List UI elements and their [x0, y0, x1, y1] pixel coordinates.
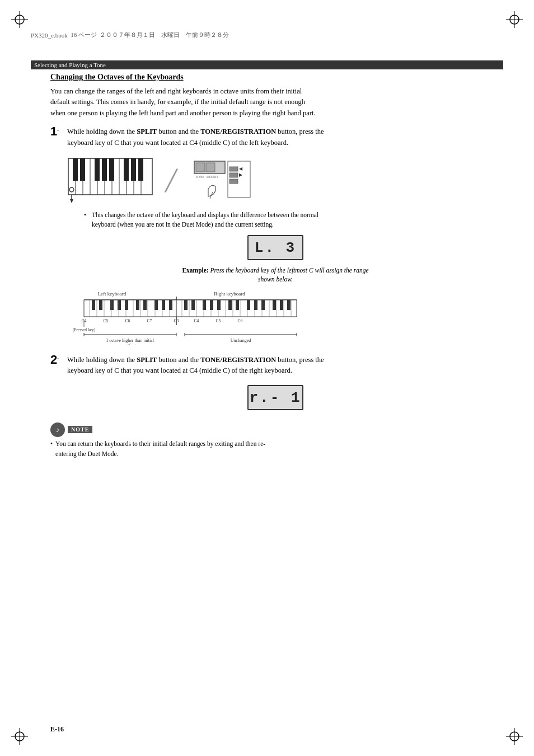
- corner-mark-tr: [506, 11, 523, 28]
- corner-mark-br: [506, 728, 523, 745]
- note-icon: ♪: [50, 422, 65, 437]
- example-caption: Example: Press the keyboard key of the l…: [175, 266, 376, 284]
- svg-rect-57: [143, 300, 147, 310]
- svg-text:REGIST: REGIST: [207, 175, 218, 179]
- lcd-display-step1: L. 3: [247, 235, 303, 260]
- piano-keys-image: [67, 157, 154, 205]
- corner-mark-bl: [11, 728, 28, 745]
- svg-text:C5: C5: [104, 318, 109, 323]
- svg-rect-76: [203, 300, 206, 310]
- svg-rect-86: [287, 300, 291, 310]
- header-date: ２００７年８月１日 水曜日 午前９時２８分: [100, 31, 229, 39]
- control-panel-image: ◀ ▶ TONE REGIST: [189, 158, 256, 203]
- step-1-bullet-text: This changes the octave of the keyboard …: [92, 210, 330, 230]
- svg-rect-23: [73, 158, 78, 181]
- bullet-dot: •: [84, 210, 88, 220]
- step-1: 1. While holding down the SPLIT button a…: [50, 126, 484, 148]
- step-2-number: 2.: [50, 353, 67, 367]
- lcd-display-step2: r.- 1: [247, 385, 303, 410]
- svg-rect-24: [80, 158, 85, 181]
- separator-slash: ╱: [165, 169, 177, 192]
- svg-text:C6: C6: [125, 318, 130, 323]
- main-content: Changing the Octaves of the Keyboards Yo…: [50, 73, 484, 464]
- svg-text:C3: C3: [174, 318, 179, 323]
- svg-text:setting: setting: [124, 343, 135, 345]
- note-bullet-text: • You can return the keyboards to their …: [50, 439, 285, 459]
- svg-rect-53: [110, 300, 114, 310]
- svg-marker-32: [70, 199, 73, 203]
- step-1-number: 1.: [50, 124, 67, 139]
- svg-text:◀: ◀: [239, 166, 243, 171]
- range-diagram: Left keyboard Right keyboard: [67, 289, 302, 347]
- svg-rect-27: [109, 158, 114, 181]
- svg-rect-56: [136, 300, 139, 310]
- svg-rect-39: [229, 173, 238, 177]
- header-bar: PX320_e.book 16 ページ ２００７年８月１日 水曜日 午前９時２８…: [31, 31, 503, 39]
- svg-rect-35: [196, 163, 205, 172]
- step-1-diagram: ╱ ◀ ▶ TONE REGI: [67, 157, 484, 347]
- svg-text:Unchanged: Unchanged: [231, 338, 251, 343]
- note-bullet-content: You can return the keyboards to their in…: [55, 439, 285, 459]
- svg-text:TONE: TONE: [195, 175, 204, 179]
- svg-rect-29: [131, 158, 136, 181]
- svg-rect-54: [118, 300, 121, 310]
- step-2: 2. While holding down the SPLIT button a…: [50, 355, 484, 377]
- step-1-text: While holding down the SPLIT button and …: [67, 126, 325, 148]
- note-label: NOTE: [68, 426, 92, 433]
- section-label-bar: Selecting and Playing a Tone: [31, 60, 503, 69]
- svg-rect-78: [217, 300, 221, 310]
- svg-rect-52: [99, 300, 102, 310]
- svg-rect-75: [191, 300, 195, 310]
- svg-rect-28: [124, 158, 129, 181]
- svg-rect-74: [184, 300, 188, 310]
- step-1-bullet-note: • This changes the octave of the keyboar…: [84, 210, 330, 230]
- page-number: E-16: [50, 725, 64, 734]
- svg-rect-26: [102, 158, 107, 181]
- svg-rect-51: [92, 300, 95, 310]
- svg-rect-25: [95, 158, 100, 181]
- svg-rect-85: [280, 300, 283, 310]
- svg-rect-77: [210, 300, 213, 310]
- svg-rect-55: [125, 300, 128, 310]
- section-title: Changing the Octaves of the Keyboards: [50, 73, 484, 82]
- svg-rect-84: [273, 300, 276, 310]
- svg-rect-36: [206, 163, 215, 172]
- svg-text:▶: ▶: [239, 172, 243, 177]
- svg-text:(Pressed key): (Pressed key): [73, 327, 96, 332]
- svg-text:C6: C6: [238, 318, 243, 323]
- svg-rect-79: [228, 300, 232, 310]
- svg-rect-30: [138, 158, 143, 181]
- corner-mark-tl: [11, 11, 28, 28]
- svg-rect-38: [229, 167, 238, 171]
- svg-rect-40: [229, 179, 238, 184]
- note-bullet-dot: •: [50, 439, 53, 459]
- header-file: PX320_e.book: [31, 32, 68, 39]
- header-page: 16 ページ: [71, 31, 97, 39]
- svg-rect-80: [236, 300, 239, 310]
- section-label-text: Selecting and Playing a Tone: [34, 62, 106, 68]
- svg-text:C5: C5: [216, 318, 221, 323]
- keyboard-diagram: ╱ ◀ ▶ TONE REGI: [67, 157, 484, 205]
- step-2-diagram: r.- 1: [67, 385, 484, 410]
- intro-paragraph: You can change the ranges of the left an…: [50, 86, 319, 119]
- svg-text:C7: C7: [147, 318, 152, 323]
- svg-text:1 octave higher than initial: 1 octave higher than initial: [106, 338, 154, 343]
- svg-text:Left keyboard: Left keyboard: [98, 291, 127, 297]
- note-box: ♪ NOTE • You can return the keyboards to…: [50, 419, 484, 459]
- step-2-text: While holding down the SPLIT button and …: [67, 355, 325, 377]
- svg-line-45: [210, 192, 213, 199]
- svg-text:Right keyboard: Right keyboard: [214, 291, 245, 297]
- svg-text:C4: C4: [194, 318, 199, 323]
